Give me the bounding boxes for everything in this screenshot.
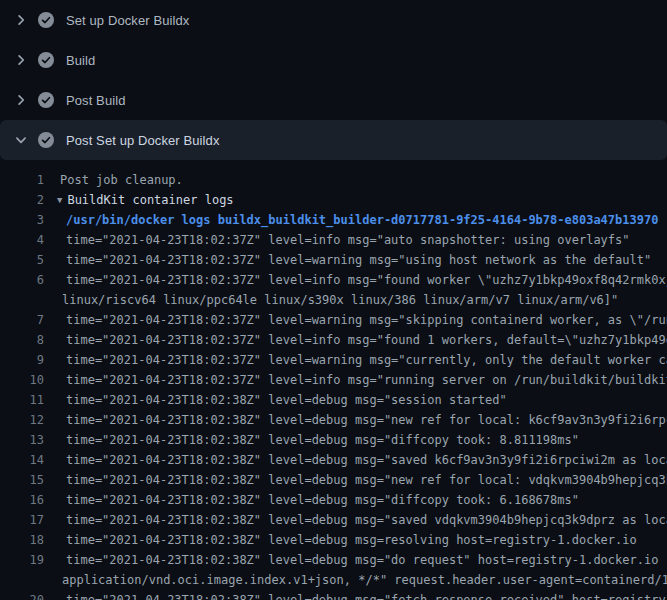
log-text: time="2021-04-23T18:02:38Z" level=debug …: [66, 430, 579, 450]
log-line: 15time="2021-04-23T18:02:38Z" level=debu…: [0, 470, 667, 490]
log-line: 12time="2021-04-23T18:02:38Z" level=debu…: [0, 410, 667, 430]
log-text: time="2021-04-23T18:02:38Z" level=debug …: [66, 390, 507, 410]
line-number[interactable]: 17: [0, 510, 44, 530]
chevron-down-icon: [13, 132, 29, 148]
check-circle-icon: [38, 52, 54, 68]
line-number[interactable]: 3: [0, 210, 44, 230]
line-number[interactable]: 1: [0, 170, 44, 190]
chevron-right-icon: [13, 92, 29, 108]
log-line: 13time="2021-04-23T18:02:38Z" level=debu…: [0, 430, 667, 450]
line-number[interactable]: 6: [0, 270, 44, 290]
chevron-right-icon: [13, 52, 29, 68]
log-line: 14time="2021-04-23T18:02:38Z" level=debu…: [0, 450, 667, 470]
line-number[interactable]: 11: [0, 390, 44, 410]
log-text: time="2021-04-23T18:02:38Z" level=debug …: [66, 450, 667, 470]
log-line: 10time="2021-04-23T18:02:37Z" level=info…: [0, 370, 667, 390]
log-text: time="2021-04-23T18:02:38Z" level=debug …: [66, 470, 667, 490]
step-title: Post Build: [66, 93, 126, 108]
step-row-set-up-docker-buildx[interactable]: Set up Docker Buildx: [0, 0, 667, 40]
log-text: time="2021-04-23T18:02:37Z" level=info m…: [66, 330, 667, 350]
log-text: Post job cleanup.: [60, 170, 183, 190]
log-text: time="2021-04-23T18:02:38Z" level=debug …: [66, 550, 667, 570]
log-text: application/vnd.oci.image.index.v1+json,…: [62, 570, 667, 590]
log-line: 6time="2021-04-23T18:02:37Z" level=info …: [0, 270, 667, 290]
log-line: 8time="2021-04-23T18:02:37Z" level=info …: [0, 330, 667, 350]
log-line: 7time="2021-04-23T18:02:37Z" level=warni…: [0, 310, 667, 330]
log-line: 3/usr/bin/docker logs buildx_buildkit_bu…: [0, 210, 667, 230]
line-number[interactable]: 16: [0, 490, 44, 510]
line-number[interactable]: 14: [0, 450, 44, 470]
step-title: Set up Docker Buildx: [66, 13, 189, 28]
log-text: time="2021-04-23T18:02:38Z" level=debug …: [66, 530, 637, 550]
log-text: time="2021-04-23T18:02:37Z" level=warnin…: [66, 250, 651, 270]
log-text: time="2021-04-23T18:02:38Z" level=debug …: [66, 590, 667, 600]
check-circle-icon: [38, 12, 54, 28]
log-text: time="2021-04-23T18:02:37Z" level=info m…: [66, 230, 630, 250]
step-row-build[interactable]: Build: [0, 40, 667, 80]
log-text: time="2021-04-23T18:02:38Z" level=debug …: [66, 510, 667, 530]
log-text: time="2021-04-23T18:02:37Z" level=info m…: [66, 270, 667, 290]
log-line: 4time="2021-04-23T18:02:37Z" level=info …: [0, 230, 667, 250]
log-text: time="2021-04-23T18:02:38Z" level=debug …: [66, 490, 579, 510]
disclosure-triangle-icon: ▼: [57, 190, 62, 210]
log-output: 1Post job cleanup.2▼BuildKit container l…: [0, 160, 667, 600]
check-circle-icon: [38, 92, 54, 108]
line-number[interactable]: 10: [0, 370, 44, 390]
log-text: time="2021-04-23T18:02:37Z" level=warnin…: [66, 310, 667, 330]
log-text: time="2021-04-23T18:02:37Z" level=warnin…: [66, 350, 667, 370]
log-text: time="2021-04-23T18:02:37Z" level=info m…: [66, 370, 667, 390]
check-circle-icon: [38, 132, 54, 148]
line-number[interactable]: 2: [0, 190, 44, 210]
log-group-toggle[interactable]: ▼BuildKit container logs: [57, 190, 234, 211]
log-line: 19time="2021-04-23T18:02:38Z" level=debu…: [0, 550, 667, 570]
actions-log-viewer: Set up Docker BuildxBuildPost BuildPost …: [0, 0, 667, 600]
step-title: Build: [66, 53, 95, 68]
line-number[interactable]: 15: [0, 470, 44, 490]
log-command-text: /usr/bin/docker logs buildx_buildkit_bui…: [66, 210, 658, 230]
line-number[interactable]: 7: [0, 310, 44, 330]
log-line: linux/riscv64 linux/ppc64le linux/s390x …: [0, 290, 667, 310]
step-title: Post Set up Docker Buildx: [66, 133, 220, 148]
chevron-right-icon: [13, 12, 29, 28]
line-number[interactable]: 4: [0, 230, 44, 250]
log-text: time="2021-04-23T18:02:38Z" level=debug …: [66, 410, 667, 430]
step-list: Set up Docker BuildxBuildPost BuildPost …: [0, 0, 667, 160]
line-number[interactable]: 8: [0, 330, 44, 350]
log-line: 17time="2021-04-23T18:02:38Z" level=debu…: [0, 510, 667, 530]
step-row-post-set-up-docker-buildx[interactable]: Post Set up Docker Buildx: [0, 120, 667, 160]
log-line: application/vnd.oci.image.index.v1+json,…: [0, 570, 667, 590]
line-number[interactable]: 9: [0, 350, 44, 370]
log-line: 2▼BuildKit container logs: [0, 190, 667, 210]
log-group-label: BuildKit container logs: [67, 193, 233, 207]
log-line: 16time="2021-04-23T18:02:38Z" level=debu…: [0, 490, 667, 510]
line-number[interactable]: 5: [0, 250, 44, 270]
line-number[interactable]: 18: [0, 530, 44, 550]
log-line: 20time="2021-04-23T18:02:38Z" level=debu…: [0, 590, 667, 600]
log-line: 5time="2021-04-23T18:02:37Z" level=warni…: [0, 250, 667, 270]
step-row-post-build[interactable]: Post Build: [0, 80, 667, 120]
log-line: 9time="2021-04-23T18:02:37Z" level=warni…: [0, 350, 667, 370]
line-number[interactable]: 12: [0, 410, 44, 430]
log-line: 1Post job cleanup.: [0, 170, 667, 190]
log-text: linux/riscv64 linux/ppc64le linux/s390x …: [62, 290, 618, 310]
log-line: 11time="2021-04-23T18:02:38Z" level=debu…: [0, 390, 667, 410]
log-line: 18time="2021-04-23T18:02:38Z" level=debu…: [0, 530, 667, 550]
line-number[interactable]: 19: [0, 550, 44, 570]
line-number[interactable]: 20: [0, 590, 44, 600]
line-number[interactable]: 13: [0, 430, 44, 450]
